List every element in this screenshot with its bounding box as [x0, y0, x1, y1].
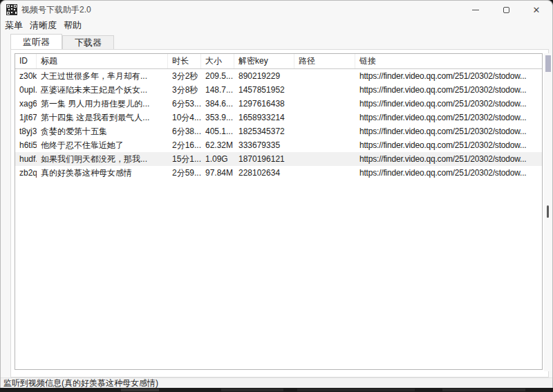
window-title: 视频号下载助手2.0 [21, 1, 91, 19]
minimize-button[interactable] [460, 1, 491, 19]
cell-id: h6ti5... [15, 138, 37, 152]
status-bar: 监听到视频信息(真的好羡慕这种母女感情) [1, 377, 552, 388]
cell-id: z30k... [15, 69, 37, 83]
column-header-path[interactable]: 路径 [294, 54, 355, 68]
column-header-duration[interactable]: 时长 [168, 54, 201, 68]
cell-duration: 15分1... [168, 152, 201, 166]
close-button[interactable]: ✕ [521, 1, 552, 19]
table-row[interactable]: zb2q...真的好羡慕这种母女感情2分59...97.84M228102634… [15, 166, 542, 180]
menu-item-2[interactable]: 帮助 [60, 19, 85, 32]
cell-path [294, 166, 355, 180]
cell-path [294, 111, 355, 124]
column-header-size[interactable]: 大小 [201, 54, 234, 68]
table-body: z30k...大王过世很多年，芈月却有...3分2秒209.5...890219… [15, 69, 542, 180]
cell-link: https://finder.video.qq.com/251/20302/st… [355, 138, 542, 152]
cell-title: 真的好羡慕这种母女感情 [37, 166, 168, 180]
cell-path [294, 97, 355, 111]
column-header-title[interactable]: 标题 [37, 54, 168, 68]
cell-size: 97.84M [201, 166, 234, 180]
cell-id: hudf... [15, 152, 37, 166]
maximize-button[interactable] [491, 1, 521, 19]
app-window: 视频号下载助手2.0 ✕ 菜单清晰度帮助 监听器下载器 ID标题时长大小解密ke… [0, 0, 553, 388]
cell-deckey: 890219229 [234, 69, 294, 83]
cell-title: 第十四集 这是我看到最气人... [37, 111, 168, 124]
minimize-icon [472, 10, 479, 10]
maximize-icon [503, 7, 509, 13]
background-window-strip [0, 388, 553, 392]
cell-duration: 3分8秒 [168, 83, 201, 97]
cell-id: 1jt67... [15, 111, 37, 124]
cell-duration: 2分59... [168, 166, 201, 180]
cell-duration: 6分38... [168, 124, 201, 138]
cell-link: https://finder.video.qq.com/251/20302/st… [355, 152, 542, 166]
cell-path [294, 69, 355, 83]
cell-path [294, 152, 355, 166]
background-noise [442, 389, 525, 391]
cell-size: 209.5... [201, 69, 234, 83]
app-icon[interactable] [6, 4, 17, 15]
cell-path [294, 138, 355, 152]
column-header-id[interactable]: ID [15, 54, 37, 68]
status-text: 监听到视频信息(真的好羡慕这种母女感情) [3, 378, 158, 388]
listener-tab-panel: ID标题时长大小解密key路径链接 z30k...大王过世很多年，芈月却有...… [10, 49, 549, 377]
background-noise [297, 389, 415, 391]
menu-item-0[interactable]: 菜单 [1, 19, 26, 32]
close-icon: ✕ [533, 6, 541, 15]
tab-0[interactable]: 监听器 [10, 34, 62, 49]
background-noise [221, 389, 283, 391]
column-header-deckey[interactable]: 解密key [234, 54, 294, 68]
title-bar: 视频号下载助手2.0 ✕ [1, 1, 552, 19]
table-row[interactable]: xag6...第一集 男人用力捂住婴儿的...6分53...384.6...12… [15, 97, 542, 111]
cell-link: https://finder.video.qq.com/251/20302/st… [355, 83, 542, 97]
cell-link: https://finder.video.qq.com/251/20302/st… [355, 166, 542, 180]
cell-title: 第一集 男人用力捂住婴儿的... [37, 97, 168, 111]
menu-item-1[interactable]: 清晰度 [26, 19, 60, 32]
cell-deckey: 1658933214 [234, 111, 294, 124]
table-row[interactable]: 1jt67...第十四集 这是我看到最气人...10分4...353.9...1… [15, 111, 542, 124]
cell-link: https://finder.video.qq.com/251/20302/st… [355, 97, 542, 111]
cell-deckey: 333679335 [234, 138, 294, 152]
cell-title: 如果我们明天都没死，那我... [37, 152, 168, 166]
tab-1[interactable]: 下载器 [62, 35, 114, 49]
table-row[interactable]: 0upl...巫婆诬陷未来王妃是个妖女...3分8秒148.7...145785… [15, 83, 542, 97]
cell-size: 1.09G [201, 152, 234, 166]
cell-size: 62.32M [201, 138, 234, 152]
table-row[interactable]: t8yj3...贪婪的爱第十五集6分38...405.1...182534537… [15, 124, 542, 138]
table-row[interactable]: h6ti5...他终于忍不住靠近她了2分16...62.32M333679335… [15, 138, 542, 152]
cell-deckey: 1457851952 [234, 83, 294, 97]
table-header: ID标题时长大小解密key路径链接 [15, 54, 542, 69]
cell-duration: 2分16... [168, 138, 201, 152]
cell-duration: 10分4... [168, 111, 201, 124]
cell-id: xag6... [15, 97, 37, 111]
cell-title: 他终于忍不住靠近她了 [37, 138, 168, 152]
cell-size: 353.9... [201, 111, 234, 124]
video-table: ID标题时长大小解密key路径链接 z30k...大王过世很多年，芈月却有...… [15, 53, 543, 370]
cell-path [294, 83, 355, 97]
table-row[interactable]: z30k...大王过世很多年，芈月却有...3分2秒209.5...890219… [15, 69, 542, 83]
window-controls: ✕ [460, 1, 552, 19]
cell-id: zb2q... [15, 166, 37, 180]
cell-id: 0upl... [15, 83, 37, 97]
table-row[interactable]: hudf...如果我们明天都没死，那我...15分1...1.09G187019… [15, 152, 542, 166]
cell-deckey: 1825345372 [234, 124, 294, 138]
cell-title: 巫婆诬陷未来王妃是个妖女... [37, 83, 168, 97]
cell-duration: 3分2秒 [168, 69, 201, 83]
menu-bar: 菜单清晰度帮助 [1, 19, 85, 32]
cell-size: 148.7... [201, 83, 234, 97]
overlay-scrollbar-dash [547, 205, 549, 218]
column-header-link[interactable]: 链接 [355, 54, 542, 68]
cell-title: 贪婪的爱第十五集 [37, 124, 168, 138]
cell-id: t8yj3... [15, 124, 37, 138]
cell-link: https://finder.video.qq.com/251/20302/st… [355, 111, 542, 124]
cell-size: 384.6... [201, 97, 234, 111]
scrollbar-thumb[interactable] [545, 55, 551, 72]
background-noise [121, 389, 159, 391]
cell-link: https://finder.video.qq.com/251/20302/st… [355, 124, 542, 138]
cell-path [294, 124, 355, 138]
cell-link: https://finder.video.qq.com/251/20302/st… [355, 69, 542, 83]
cell-deckey: 228102634 [234, 166, 294, 180]
cell-size: 405.1... [201, 124, 234, 138]
tab-bar: 监听器下载器 [10, 34, 114, 49]
cell-duration: 6分53... [168, 97, 201, 111]
cell-title: 大王过世很多年，芈月却有... [37, 69, 168, 83]
